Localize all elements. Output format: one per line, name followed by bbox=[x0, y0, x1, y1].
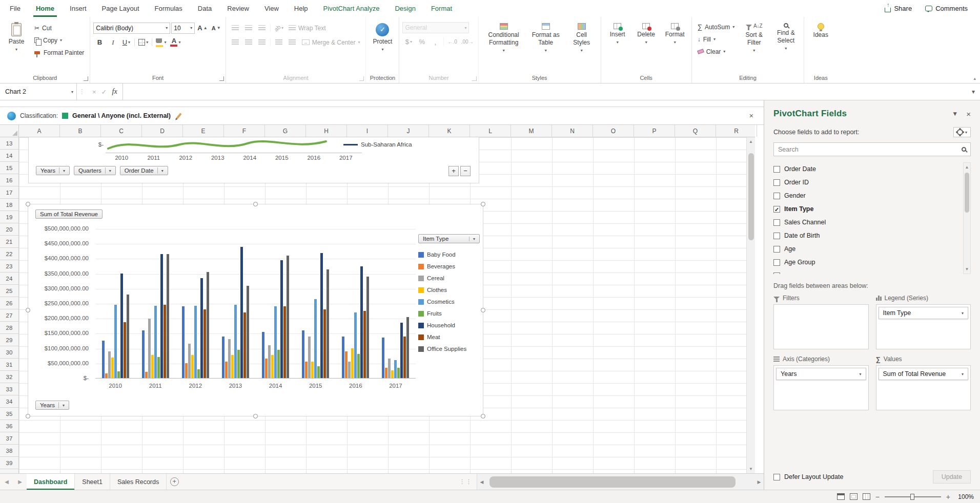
ribbon-tab-view[interactable]: View bbox=[257, 0, 287, 17]
wrap-text-button[interactable]: Wrap Text bbox=[286, 22, 329, 34]
font-size-combo[interactable]: 10▾ bbox=[171, 23, 195, 34]
ribbon-tab-page-layout[interactable]: Page Layout bbox=[94, 0, 147, 17]
align-center-button[interactable] bbox=[242, 36, 255, 48]
field-item-age-group[interactable]: Age Group bbox=[773, 256, 962, 269]
zoom-in-icon[interactable]: + bbox=[946, 493, 950, 501]
field-checkbox[interactable] bbox=[773, 193, 780, 199]
number-format-combo[interactable]: General▾ bbox=[402, 22, 469, 33]
row-header-32[interactable]: 32 bbox=[0, 371, 18, 383]
chart-resize-handle[interactable] bbox=[26, 414, 30, 418]
row-header-26[interactable]: 26 bbox=[0, 297, 18, 309]
filters-drop-zone[interactable] bbox=[773, 304, 869, 349]
field-item-age[interactable]: Age bbox=[773, 242, 962, 256]
sheet-tab-sheet1[interactable]: Sheet1 bbox=[75, 474, 110, 490]
value-field-button[interactable]: Sum of Total Revenue bbox=[35, 209, 103, 219]
zoom-out-icon[interactable]: − bbox=[875, 493, 880, 501]
sort-filter-button[interactable]: A↓Z Sort & Filter▾ bbox=[739, 20, 769, 72]
fill-color-button[interactable]: ▾ bbox=[154, 36, 168, 48]
decrease-decimal-button[interactable]: .00→ bbox=[460, 36, 475, 48]
field-item-date-of-birth[interactable]: Date of Birth bbox=[773, 229, 962, 242]
row-header-18[interactable]: 18 bbox=[0, 199, 18, 211]
number-dialog-launcher[interactable] bbox=[472, 76, 477, 81]
row-header-38[interactable]: 38 bbox=[0, 445, 18, 457]
row-header-39[interactable]: 39 bbox=[0, 457, 18, 469]
column-header-d[interactable]: D bbox=[142, 125, 183, 137]
axis-drop-zone[interactable]: Years▾ bbox=[773, 365, 869, 410]
comma-style-button[interactable]: , bbox=[429, 36, 441, 48]
column-header-p[interactable]: P bbox=[634, 125, 675, 137]
field-item-gender[interactable]: Gender bbox=[773, 189, 962, 202]
formula-input[interactable] bbox=[123, 83, 967, 100]
enter-formula-icon[interactable]: ✓ bbox=[101, 88, 107, 96]
align-top-button[interactable] bbox=[229, 22, 241, 34]
italic-button[interactable]: I bbox=[107, 36, 119, 48]
ribbon-tab-help[interactable]: Help bbox=[287, 0, 316, 17]
page-layout-view-icon[interactable] bbox=[850, 493, 858, 500]
axis-field-button[interactable]: Years ▾ bbox=[35, 401, 69, 410]
bold-button[interactable]: B bbox=[93, 36, 106, 48]
row-header-24[interactable]: 24 bbox=[0, 273, 18, 285]
field-chip-years[interactable]: Years▾ bbox=[776, 368, 866, 380]
collapse-field-button[interactable]: − bbox=[460, 166, 471, 176]
row-header-19[interactable]: 19 bbox=[0, 211, 18, 223]
sheet-tab-dashboard[interactable]: Dashboard bbox=[27, 474, 75, 490]
chart-resize-handle[interactable] bbox=[481, 414, 485, 418]
field-chip-item-type[interactable]: Item Type▾ bbox=[879, 307, 969, 319]
ribbon-tab-file[interactable]: File bbox=[2, 0, 28, 17]
chart-resize-handle[interactable] bbox=[481, 202, 485, 206]
align-left-button[interactable] bbox=[229, 36, 241, 48]
format-cells-button[interactable]: Format▾ bbox=[662, 20, 688, 72]
column-header-j[interactable]: J bbox=[388, 125, 429, 137]
column-header-e[interactable]: E bbox=[183, 125, 224, 137]
fill-button[interactable]: ↓Fill▾ bbox=[695, 33, 738, 45]
row-header-36[interactable]: 36 bbox=[0, 420, 18, 432]
percent-style-button[interactable]: % bbox=[416, 36, 428, 48]
name-box[interactable]: Chart 2 ▾ bbox=[0, 83, 77, 100]
row-header-15[interactable]: 15 bbox=[0, 162, 18, 174]
vertical-scrollbar[interactable]: ▲ ▼ bbox=[746, 137, 755, 473]
field-checkbox[interactable] bbox=[773, 273, 780, 275]
align-middle-button[interactable] bbox=[242, 22, 255, 34]
select-all-corner[interactable] bbox=[0, 125, 19, 137]
pivot-bar-chart[interactable]: Sum of Total Revenue $500,000,000.00$450… bbox=[28, 204, 483, 416]
sheet-nav-left-icon[interactable]: ◀ bbox=[0, 474, 13, 490]
sheet-nav-right-icon[interactable]: ▶ bbox=[13, 474, 27, 490]
chart-resize-handle[interactable] bbox=[253, 202, 258, 206]
borders-button[interactable]: ▾ bbox=[137, 36, 150, 48]
column-header-f[interactable]: F bbox=[224, 125, 265, 137]
row-header-31[interactable]: 31 bbox=[0, 359, 18, 371]
clipboard-dialog-launcher[interactable] bbox=[84, 76, 88, 81]
cell-styles-button[interactable]: Cell Styles▾ bbox=[566, 20, 598, 72]
column-header-a[interactable]: A bbox=[19, 125, 60, 137]
conditional-formatting-button[interactable]: Conditional Formatting▾ bbox=[482, 20, 526, 72]
values-drop-zone[interactable]: Sum of Total Revenue▾ bbox=[876, 365, 971, 410]
increase-indent-button[interactable] bbox=[286, 36, 298, 48]
chart-resize-handle[interactable] bbox=[481, 308, 485, 312]
field-checkbox[interactable] bbox=[773, 179, 780, 186]
zoom-slider[interactable] bbox=[885, 496, 941, 497]
pivot-filter-button-order-date[interactable]: Order Date▾ bbox=[120, 166, 168, 175]
column-header-o[interactable]: O bbox=[593, 125, 634, 137]
column-header-h[interactable]: H bbox=[306, 125, 347, 137]
share-button[interactable]: Share bbox=[880, 3, 917, 14]
ribbon-tab-design[interactable]: Design bbox=[387, 0, 423, 17]
classification-edit-icon[interactable] bbox=[176, 113, 181, 119]
font-color-button[interactable]: A▾ bbox=[169, 36, 182, 48]
defer-layout-checkbox[interactable] bbox=[773, 474, 780, 480]
horizontal-scrollbar[interactable]: ◀ ▶ bbox=[477, 474, 764, 490]
column-header-l[interactable]: L bbox=[470, 125, 511, 137]
delete-cells-button[interactable]: Delete▾ bbox=[633, 20, 660, 72]
collapse-ribbon-button[interactable]: ▴ bbox=[973, 76, 976, 81]
row-header-23[interactable]: 23 bbox=[0, 260, 18, 273]
decrease-indent-button[interactable] bbox=[273, 36, 285, 48]
column-header-b[interactable]: B bbox=[60, 125, 101, 137]
scroll-up-icon[interactable]: ▲ bbox=[747, 137, 755, 146]
row-header-35[interactable]: 35 bbox=[0, 408, 18, 420]
row-header-14[interactable]: 14 bbox=[0, 150, 18, 162]
row-header-40[interactable]: 40 bbox=[0, 469, 18, 473]
field-item-sales-channel[interactable]: Sales Channel bbox=[773, 216, 962, 229]
clear-button[interactable]: Clear▾ bbox=[695, 46, 738, 57]
autosum-button[interactable]: ∑AutoSum▾ bbox=[695, 21, 738, 33]
field-item-item-type[interactable]: ✓Item Type bbox=[773, 202, 962, 216]
row-header-22[interactable]: 22 bbox=[0, 248, 18, 260]
